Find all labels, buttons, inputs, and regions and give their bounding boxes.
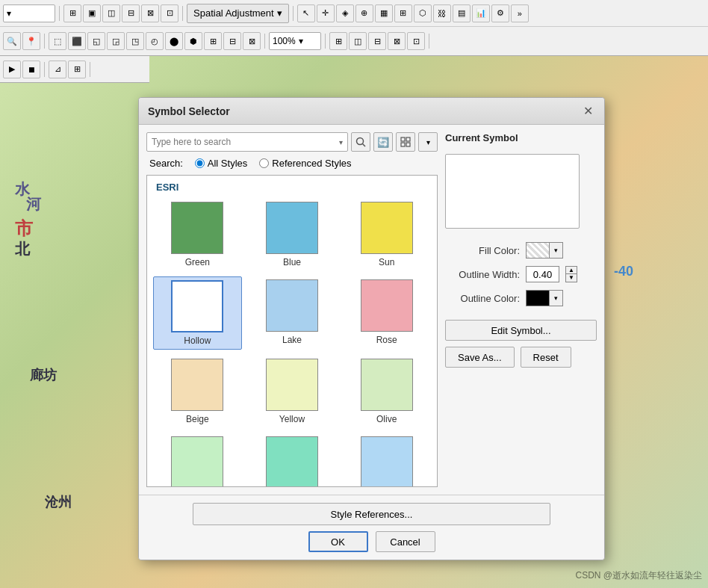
tb2-15[interactable]: ◫ xyxy=(349,32,367,50)
symbol-item[interactable]: Beige xyxy=(153,356,242,427)
zoom-dropdown[interactable]: 100% ▾ xyxy=(269,32,321,50)
outline-color-row: Outline Color: ▾ xyxy=(445,290,597,306)
current-symbol-title: Current Symbol xyxy=(445,132,597,143)
tb2-4[interactable]: ⬛ xyxy=(68,32,86,50)
view-options-btn[interactable]: ▾ xyxy=(418,132,438,152)
all-styles-radio[interactable] xyxy=(195,158,205,168)
toolbar-area: ▾ ⊞ ▣ ◫ ⊟ ⊠ ⊡ Spatial Adjustment ▾ ↖ ✛ ◈… xyxy=(0,0,708,56)
tb2-10[interactable]: ⬢ xyxy=(184,32,202,50)
tb2-13[interactable]: ⊠ xyxy=(243,32,261,50)
tb2-1[interactable]: 🔍 xyxy=(3,32,21,50)
chart-icon[interactable]: 📊 xyxy=(472,4,490,22)
dialog-close-button[interactable]: ✕ xyxy=(580,104,595,119)
reset-button[interactable]: Reset xyxy=(521,347,571,368)
symbol-item[interactable]: Blue xyxy=(248,199,337,270)
move-icon[interactable]: ⊕ xyxy=(355,4,373,22)
outline-color-dropdown[interactable]: ▾ xyxy=(550,290,563,306)
sub-tb2[interactable]: ⏹ xyxy=(22,61,40,78)
outline-width-spinner: ▲ ▼ xyxy=(565,266,577,282)
outline-width-input[interactable] xyxy=(526,266,559,282)
tb2-11[interactable]: ⊞ xyxy=(204,32,222,50)
fill-color-dropdown[interactable]: ▾ xyxy=(550,242,563,259)
outline-width-down[interactable]: ▼ xyxy=(565,274,577,282)
all-styles-radio-label[interactable]: All Styles xyxy=(195,158,247,169)
symbol-item[interactable]: Green xyxy=(153,433,242,487)
tb2-18[interactable]: ⊡ xyxy=(407,32,425,50)
symbol-item[interactable]: Rose xyxy=(342,276,431,350)
symbol-item[interactable]: Blue xyxy=(342,433,431,487)
grid-view-btn[interactable] xyxy=(396,132,415,152)
cursor-icon[interactable]: ↖ xyxy=(297,4,315,22)
tb-icon-3[interactable]: ◫ xyxy=(102,4,120,22)
tb2-17[interactable]: ⊠ xyxy=(388,32,406,50)
symbol-item[interactable]: Yellow xyxy=(248,356,337,427)
tb2-2[interactable]: 📍 xyxy=(22,32,40,50)
cancel-button[interactable]: Cancel xyxy=(376,531,435,552)
symbol-item[interactable]: Lake xyxy=(248,276,337,350)
symbol-item[interactable]: Green xyxy=(153,199,242,270)
tb-icon-1[interactable]: ⊞ xyxy=(63,4,81,22)
symbol-item[interactable]: Olive xyxy=(342,356,431,427)
save-reset-row: Save As... Reset xyxy=(445,347,597,368)
toolbar-row-1: ▾ ⊞ ▣ ◫ ⊟ ⊠ ⊡ Spatial Adjustment ▾ ↖ ✛ ◈… xyxy=(0,0,708,27)
tb-icon-4[interactable]: ⊟ xyxy=(122,4,140,22)
sub-tb3[interactable]: ⊿ xyxy=(49,61,66,78)
tb2-7[interactable]: ◳ xyxy=(126,32,144,50)
sub-tb1[interactable]: ▶ xyxy=(3,61,21,78)
zoom-level: 100% xyxy=(273,36,296,46)
sub-tb4[interactable]: ⊞ xyxy=(68,61,86,78)
tb2-8[interactable]: ◴ xyxy=(146,32,164,50)
symbol-swatch xyxy=(266,202,318,254)
tb2-6[interactable]: ◲ xyxy=(107,32,125,50)
ok-button[interactable]: OK xyxy=(308,531,368,552)
file-dropdown[interactable]: ▾ xyxy=(3,4,55,22)
search-input-wrapper[interactable]: ▾ xyxy=(146,132,348,152)
symbol-swatch xyxy=(361,279,413,332)
table-icon[interactable]: ▤ xyxy=(453,4,471,22)
referenced-styles-radio-label[interactable]: Referenced Styles xyxy=(259,158,351,169)
radio-row: Search: All Styles Referenced Styles xyxy=(146,158,438,169)
symbol-swatch xyxy=(266,359,318,411)
tb2-16[interactable]: ⊟ xyxy=(368,32,386,50)
tb-icon-2[interactable]: ▣ xyxy=(83,4,101,22)
outline-color-swatch[interactable] xyxy=(526,290,550,306)
search-button[interactable] xyxy=(351,132,370,152)
map-label-shi: 市 xyxy=(15,217,33,241)
more-icon[interactable]: » xyxy=(511,4,529,22)
symbol-item[interactable]: Sun xyxy=(342,199,431,270)
edit-symbol-button[interactable]: Edit Symbol... xyxy=(445,320,597,341)
tb2-9[interactable]: ⬤ xyxy=(165,32,183,50)
outline-width-label: Outline Width: xyxy=(445,269,520,280)
node-icon[interactable]: ◈ xyxy=(336,4,354,22)
tb2-14[interactable]: ⊞ xyxy=(329,32,347,50)
poly-icon[interactable]: ⬡ xyxy=(414,4,432,22)
outline-width-up[interactable]: ▲ xyxy=(565,266,577,274)
save-as-button[interactable]: Save As... xyxy=(445,347,515,368)
tb-icon-6[interactable]: ⊡ xyxy=(161,4,178,22)
symbol-grid-container[interactable]: ESRI GreenBlueSunHollowLakeRoseBeigeYell… xyxy=(146,175,438,487)
settings-icon[interactable]: ⚙ xyxy=(491,4,509,22)
tb-icon-5[interactable]: ⊠ xyxy=(141,4,159,22)
symbol-item[interactable]: Hollow xyxy=(153,276,242,350)
file-label: ▾ xyxy=(7,8,11,19)
symbol-item[interactable]: Jade xyxy=(248,433,337,487)
link-icon[interactable]: ⛓ xyxy=(433,4,451,22)
svg-rect-2 xyxy=(401,137,405,141)
fill-color-swatch[interactable] xyxy=(526,242,550,259)
symbol-label: Yellow xyxy=(279,414,305,424)
zoom-arrow: ▾ xyxy=(299,36,303,46)
select-icon[interactable]: ▦ xyxy=(375,4,393,22)
grid-icon[interactable]: ⊞ xyxy=(394,4,412,22)
referenced-styles-radio[interactable] xyxy=(259,158,269,168)
spatial-adjustment-btn[interactable]: Spatial Adjustment ▾ xyxy=(187,4,289,23)
tb2-3[interactable]: ⬚ xyxy=(49,32,66,50)
dialog-title: Symbol Selector xyxy=(148,105,230,117)
map-label-cangzhou: 沧州 xyxy=(45,493,72,511)
crosshair-icon[interactable]: ✛ xyxy=(317,4,335,22)
tb2-5[interactable]: ◱ xyxy=(87,32,105,50)
tb2-12[interactable]: ⊟ xyxy=(223,32,241,50)
sep3 xyxy=(293,6,294,21)
search-input[interactable] xyxy=(152,137,339,147)
search-options-btn[interactable]: 🔄 xyxy=(373,132,393,152)
style-references-button[interactable]: Style References... xyxy=(193,503,550,525)
